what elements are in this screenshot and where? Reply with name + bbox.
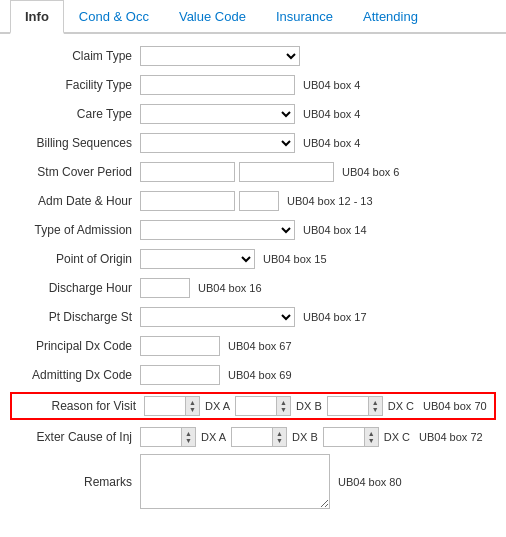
exter-cause-dx-b-spinbtn[interactable]: ▲ ▼ bbox=[272, 428, 286, 446]
spin-up-icon-b: ▲ bbox=[280, 399, 287, 406]
spin-up-icon: ▲ bbox=[189, 399, 196, 406]
spin-up-icon-ea: ▲ bbox=[185, 430, 192, 437]
form-area: Claim Type Facility Type UB04 box 4 Care… bbox=[0, 44, 506, 524]
exter-cause-dx-c-input[interactable] bbox=[324, 428, 364, 446]
exter-cause-dx-b-label: DX B bbox=[292, 431, 318, 443]
point-origin-label: Point of Origin bbox=[10, 252, 140, 266]
spin-down-icon-b: ▼ bbox=[280, 406, 287, 413]
adm-date-row: Adm Date & Hour UB04 box 12 - 13 bbox=[10, 189, 496, 213]
discharge-hour-input[interactable] bbox=[140, 278, 190, 298]
care-type-label: Care Type bbox=[10, 107, 140, 121]
exter-cause-dx-c-spinner[interactable]: ▲ ▼ bbox=[323, 427, 379, 447]
care-type-control: UB04 box 4 bbox=[140, 104, 496, 124]
pt-discharge-row: Pt Discharge St UB04 box 17 bbox=[10, 305, 496, 329]
reason-visit-hint: UB04 box 70 bbox=[423, 400, 487, 412]
adm-date-input[interactable] bbox=[140, 191, 235, 211]
reason-visit-dx-b-input[interactable] bbox=[236, 397, 276, 415]
billing-seq-row: Billing Sequences UB04 box 4 bbox=[10, 131, 496, 155]
reason-visit-dx-b-label: DX B bbox=[296, 400, 322, 412]
reason-visit-row: Reason for Visit ▲ ▼ DX A ▲ ▼ DX B bbox=[10, 392, 496, 420]
pt-discharge-control: UB04 box 17 bbox=[140, 307, 496, 327]
reason-visit-dx-b-spinner[interactable]: ▲ ▼ bbox=[235, 396, 291, 416]
spin-down-icon-c: ▼ bbox=[372, 406, 379, 413]
principal-dx-input[interactable] bbox=[140, 336, 220, 356]
stm-cover-input-1[interactable] bbox=[140, 162, 235, 182]
admitting-dx-label: Admitting Dx Code bbox=[10, 368, 140, 382]
reason-visit-dx-a-spinner[interactable]: ▲ ▼ bbox=[144, 396, 200, 416]
spin-down-icon: ▼ bbox=[189, 406, 196, 413]
care-type-hint: UB04 box 4 bbox=[303, 108, 360, 120]
exter-cause-dx-a-spinner[interactable]: ▲ ▼ bbox=[140, 427, 196, 447]
admitting-dx-row: Admitting Dx Code UB04 box 69 bbox=[10, 363, 496, 387]
tab-cond-occ[interactable]: Cond & Occ bbox=[64, 0, 164, 34]
point-origin-control: UB04 box 15 bbox=[140, 249, 496, 269]
claim-type-label: Claim Type bbox=[10, 49, 140, 63]
admitting-dx-input[interactable] bbox=[140, 365, 220, 385]
spin-down-icon-eb: ▼ bbox=[276, 437, 283, 444]
reason-visit-dx-c-label: DX C bbox=[388, 400, 414, 412]
facility-type-row: Facility Type UB04 box 4 bbox=[10, 73, 496, 97]
reason-visit-dx-c-spinbtn[interactable]: ▲ ▼ bbox=[368, 397, 382, 415]
pt-discharge-label: Pt Discharge St bbox=[10, 310, 140, 324]
point-origin-hint: UB04 box 15 bbox=[263, 253, 327, 265]
remarks-hint: UB04 box 80 bbox=[338, 476, 402, 488]
discharge-hour-control: UB04 box 16 bbox=[140, 278, 496, 298]
discharge-hour-label: Discharge Hour bbox=[10, 281, 140, 295]
principal-dx-hint: UB04 box 67 bbox=[228, 340, 292, 352]
billing-seq-control: UB04 box 4 bbox=[140, 133, 496, 153]
discharge-hour-hint: UB04 box 16 bbox=[198, 282, 262, 294]
spin-up-icon-ec: ▲ bbox=[368, 430, 375, 437]
spin-up-icon-c: ▲ bbox=[372, 399, 379, 406]
facility-type-input[interactable] bbox=[140, 75, 295, 95]
stm-cover-label: Stm Cover Period bbox=[10, 165, 140, 179]
reason-visit-dx-c-input[interactable] bbox=[328, 397, 368, 415]
admitting-dx-hint: UB04 box 69 bbox=[228, 369, 292, 381]
tab-bar: Info Cond & Occ Value Code Insurance Att… bbox=[0, 0, 506, 34]
care-type-select[interactable] bbox=[140, 104, 295, 124]
stm-cover-row: Stm Cover Period UB04 box 6 bbox=[10, 160, 496, 184]
type-admission-label: Type of Admission bbox=[10, 223, 140, 237]
tab-attending[interactable]: Attending bbox=[348, 0, 433, 34]
type-admission-hint: UB04 box 14 bbox=[303, 224, 367, 236]
principal-dx-row: Principal Dx Code UB04 box 67 bbox=[10, 334, 496, 358]
billing-seq-hint: UB04 box 4 bbox=[303, 137, 360, 149]
type-admission-select[interactable] bbox=[140, 220, 295, 240]
exter-cause-control: ▲ ▼ DX A ▲ ▼ DX B ▲ ▼ DX C U bbox=[140, 427, 496, 447]
remarks-control: UB04 box 80 bbox=[140, 454, 496, 509]
reason-visit-dx-b-spinbtn[interactable]: ▲ ▼ bbox=[276, 397, 290, 415]
reason-visit-dx-a-label: DX A bbox=[205, 400, 230, 412]
facility-type-hint: UB04 box 4 bbox=[303, 79, 360, 91]
stm-cover-hint: UB04 box 6 bbox=[342, 166, 399, 178]
exter-cause-dx-b-spinner[interactable]: ▲ ▼ bbox=[231, 427, 287, 447]
exter-cause-dx-a-input[interactable] bbox=[141, 428, 181, 446]
exter-cause-dx-a-spinbtn[interactable]: ▲ ▼ bbox=[181, 428, 195, 446]
remarks-textarea[interactable] bbox=[140, 454, 330, 509]
facility-type-label: Facility Type bbox=[10, 78, 140, 92]
adm-hour-input[interactable] bbox=[239, 191, 279, 211]
claim-type-select[interactable] bbox=[140, 46, 300, 66]
stm-cover-control: UB04 box 6 bbox=[140, 162, 496, 182]
tab-insurance[interactable]: Insurance bbox=[261, 0, 348, 34]
spin-down-icon-ec: ▼ bbox=[368, 437, 375, 444]
claim-type-control bbox=[140, 46, 496, 66]
tab-value-code[interactable]: Value Code bbox=[164, 0, 261, 34]
billing-seq-select[interactable] bbox=[140, 133, 295, 153]
reason-visit-dx-a-input[interactable] bbox=[145, 397, 185, 415]
exter-cause-dx-b-input[interactable] bbox=[232, 428, 272, 446]
remarks-label: Remarks bbox=[10, 475, 140, 489]
claim-type-row: Claim Type bbox=[10, 44, 496, 68]
point-origin-select[interactable] bbox=[140, 249, 255, 269]
spin-down-icon-ea: ▼ bbox=[185, 437, 192, 444]
exter-cause-dx-c-label: DX C bbox=[384, 431, 410, 443]
adm-date-hint: UB04 box 12 - 13 bbox=[287, 195, 373, 207]
reason-visit-dx-c-spinner[interactable]: ▲ ▼ bbox=[327, 396, 383, 416]
tab-info[interactable]: Info bbox=[10, 0, 64, 34]
exter-cause-dx-a-label: DX A bbox=[201, 431, 226, 443]
stm-cover-input-2[interactable] bbox=[239, 162, 334, 182]
type-admission-row: Type of Admission UB04 box 14 bbox=[10, 218, 496, 242]
pt-discharge-select[interactable] bbox=[140, 307, 295, 327]
reason-visit-control: ▲ ▼ DX A ▲ ▼ DX B ▲ ▼ DX C U bbox=[144, 396, 492, 416]
reason-visit-dx-a-spinbtn[interactable]: ▲ ▼ bbox=[185, 397, 199, 415]
exter-cause-dx-c-spinbtn[interactable]: ▲ ▼ bbox=[364, 428, 378, 446]
spin-up-icon-eb: ▲ bbox=[276, 430, 283, 437]
